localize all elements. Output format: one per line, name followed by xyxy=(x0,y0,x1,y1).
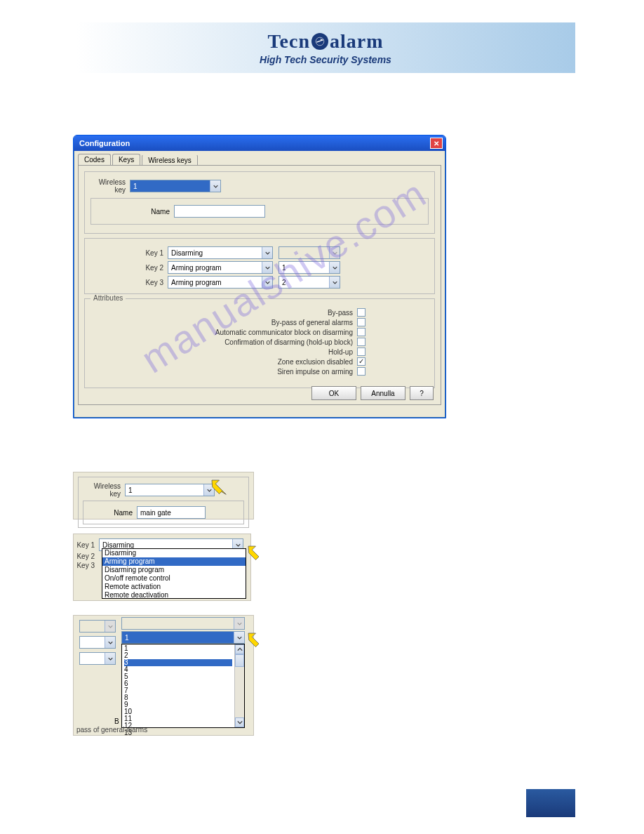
close-icon[interactable]: ✕ xyxy=(430,138,443,149)
s2-key3-label: Key 3 xyxy=(76,562,99,569)
chevron-down-icon xyxy=(105,621,115,632)
list-item[interactable]: 6 xyxy=(124,680,232,687)
list-item[interactable]: Arming program xyxy=(102,557,246,566)
list-item[interactable]: 2 xyxy=(124,652,232,659)
s2-key1-label: Key 1 xyxy=(76,541,99,549)
scroll-up-icon[interactable] xyxy=(235,644,244,654)
header-band: Tecn alarm High Tech Security Systems xyxy=(76,22,575,73)
arrow-icon xyxy=(244,629,265,650)
s1-wk-label: Wireless key xyxy=(83,482,125,498)
scroll-down-icon[interactable] xyxy=(235,717,244,727)
logo-globe-icon xyxy=(311,33,328,50)
wireless-key-label: Wireless key xyxy=(90,178,130,194)
chevron-down-icon[interactable] xyxy=(329,262,340,273)
key2-label: Key 2 xyxy=(90,264,168,272)
checkbox-confirm-disarm[interactable] xyxy=(357,338,365,346)
key3-func-combo[interactable]: Arming program xyxy=(168,276,273,289)
wireless-key-combo[interactable]: 1 xyxy=(130,180,221,192)
s3-b-label: B xyxy=(114,717,119,725)
s3-side-combo-1 xyxy=(79,620,116,633)
s2-listbox[interactable]: Disarming Arming program Disarming progr… xyxy=(102,548,246,599)
checkbox-zone-excl[interactable] xyxy=(357,357,365,366)
checkbox-bypass[interactable] xyxy=(357,308,365,317)
snippet-key-function: Key 1 Disarming Key 2 Key 3 Disarming Ar… xyxy=(73,534,251,601)
tab-keys[interactable]: Keys xyxy=(112,154,140,165)
attr-auto-comm-block: Automatic communicator block on disarmin… xyxy=(215,329,353,336)
wireless-key-group: Wireless key 1 Name xyxy=(84,171,435,234)
keys-group: Key 1 Disarming Key 2 Arming program 1 K… xyxy=(84,238,435,294)
attr-bypass-general: By-pass of general alarms xyxy=(271,319,353,326)
key1-param-combo xyxy=(279,246,340,259)
logo: Tecn alarm xyxy=(267,30,383,53)
snippet-number-select: 1 1 2 3 4 5 6 7 8 9 10 11 12 13 B pass o… xyxy=(73,615,254,736)
arrow-icon xyxy=(208,476,229,497)
titlebar[interactable]: Configuration ✕ xyxy=(74,135,445,151)
chevron-down-icon[interactable] xyxy=(262,262,272,273)
list-item[interactable]: Remote deactivation xyxy=(102,591,246,600)
s3-side-combo-3[interactable] xyxy=(79,652,116,665)
tab-content: Wireless key 1 Name Key 1 Disarming xyxy=(78,165,441,405)
list-item[interactable]: On/off remote control xyxy=(102,574,246,583)
chevron-down-icon[interactable] xyxy=(234,632,244,643)
list-item[interactable]: 11 xyxy=(124,715,232,722)
tab-wireless-keys[interactable]: Wireless keys xyxy=(142,154,198,166)
attr-siren-impulse: Siren impulse on arming xyxy=(277,368,353,376)
chevron-down-icon[interactable] xyxy=(262,247,272,258)
s1-wk-combo[interactable]: 1 xyxy=(125,484,215,496)
list-item[interactable]: Disarming xyxy=(102,549,246,557)
list-item[interactable]: 8 xyxy=(124,694,232,701)
checkbox-bypass-general[interactable] xyxy=(357,318,365,326)
list-item[interactable]: Disarming program xyxy=(102,566,246,574)
ok-button[interactable]: OK xyxy=(311,386,356,400)
tab-codes[interactable]: Codes xyxy=(78,154,111,165)
list-item[interactable]: 5 xyxy=(124,673,232,680)
cancel-button[interactable]: Annulla xyxy=(361,386,405,400)
attr-bypass: By-pass xyxy=(328,309,353,317)
chevron-down-icon[interactable] xyxy=(262,277,272,288)
key1-func-combo[interactable]: Disarming xyxy=(168,246,273,259)
s3-listbox[interactable]: 1 2 3 4 5 6 7 8 9 10 11 12 13 xyxy=(121,644,245,728)
chevron-down-icon[interactable] xyxy=(105,637,115,648)
list-item[interactable]: Remote activation xyxy=(102,583,246,591)
tab-strip: Codes Keys Wireless keys xyxy=(74,151,445,165)
button-bar: OK Annulla ? xyxy=(311,386,434,400)
list-item[interactable]: 3 xyxy=(124,659,232,666)
chevron-down-icon xyxy=(329,247,340,258)
checkbox-siren-impulse[interactable] xyxy=(357,367,365,376)
key2-func-combo[interactable]: Arming program xyxy=(168,261,273,274)
checkbox-holdup[interactable] xyxy=(357,348,365,356)
s3-side-combo-2[interactable] xyxy=(79,636,116,649)
scrollbar[interactable] xyxy=(234,644,244,727)
configuration-dialog: Configuration ✕ Codes Keys Wireless keys… xyxy=(73,135,446,418)
tagline: High Tech Security Systems xyxy=(260,54,391,65)
chevron-down-icon[interactable] xyxy=(329,277,340,288)
key2-param-combo[interactable]: 1 xyxy=(279,261,340,274)
s3-main-combo[interactable]: 1 xyxy=(121,631,245,644)
list-item[interactable]: 10 xyxy=(124,708,232,715)
window-title: Configuration xyxy=(79,139,130,147)
chevron-down-icon[interactable] xyxy=(105,653,115,664)
list-item[interactable]: 7 xyxy=(124,687,232,694)
chevron-down-icon[interactable] xyxy=(210,180,220,192)
footer-bar xyxy=(526,789,575,817)
help-button[interactable]: ? xyxy=(410,386,434,400)
s2-key2-label: Key 2 xyxy=(76,552,99,560)
s3-top-combo xyxy=(121,617,245,630)
list-item[interactable]: 1 xyxy=(124,645,232,652)
s1-name-label: Name xyxy=(88,509,137,517)
scroll-thumb[interactable] xyxy=(235,654,244,667)
attr-zone-excl: Zone exclusion disabled xyxy=(278,358,353,366)
attributes-group: Attributes By-pass By-pass of general al… xyxy=(84,298,435,388)
name-label: Name xyxy=(97,208,174,216)
s1-name-field[interactable] xyxy=(137,506,206,519)
key3-param-combo[interactable]: 2 xyxy=(279,276,340,289)
s3-bottom-text: pass of general alarms xyxy=(76,726,147,734)
checkbox-auto-comm-block[interactable] xyxy=(357,328,365,336)
list-item[interactable]: 9 xyxy=(124,701,232,708)
attr-confirm-disarm: Confirmation of disarming (hold-up block… xyxy=(224,338,353,346)
key1-label: Key 1 xyxy=(90,249,168,257)
name-subgroup: Name xyxy=(90,198,429,225)
list-item[interactable]: 4 xyxy=(124,666,232,673)
wireless-key-value: 1 xyxy=(130,183,210,190)
name-field[interactable] xyxy=(174,205,265,218)
